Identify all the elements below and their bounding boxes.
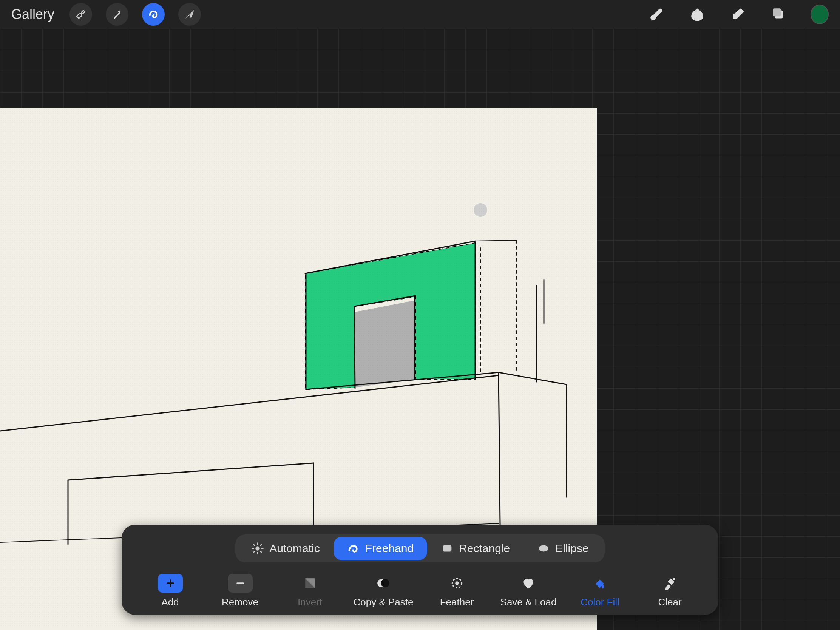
ellipse-icon <box>537 542 550 555</box>
svg-line-10 <box>260 544 262 546</box>
svg-rect-11 <box>443 545 452 552</box>
mode-rectangle[interactable]: Rectangle <box>427 537 524 560</box>
svg-point-21 <box>673 578 675 580</box>
action-save-load[interactable]: Save & Load <box>501 574 557 608</box>
svg-rect-1 <box>773 8 781 16</box>
mode-freehand[interactable]: Freehand <box>333 537 427 560</box>
action-label: Feather <box>440 596 474 608</box>
action-add[interactable]: Add <box>144 574 197 608</box>
selection-fill <box>305 243 475 389</box>
feather-icon <box>445 574 469 593</box>
eraser-icon[interactable] <box>729 5 747 24</box>
mode-label: Rectangle <box>459 542 510 555</box>
action-label: Color Fill <box>581 596 619 608</box>
brush-icon[interactable] <box>647 5 665 24</box>
sketch-lines <box>0 240 567 561</box>
minus-icon <box>228 574 253 593</box>
svg-point-20 <box>455 581 459 585</box>
freehand-squiggle-icon <box>347 542 360 555</box>
actions-wrench-icon[interactable] <box>69 3 92 26</box>
burst-icon <box>251 542 264 555</box>
mode-ellipse[interactable]: Ellipse <box>524 537 602 560</box>
svg-line-7 <box>253 544 255 546</box>
svg-line-8 <box>260 551 262 553</box>
action-label: Invert <box>298 596 322 608</box>
copy-paste-icon <box>371 574 396 593</box>
active-color[interactable] <box>810 5 829 24</box>
mode-automatic[interactable]: Automatic <box>238 537 333 560</box>
layers-icon[interactable] <box>770 5 788 24</box>
top-toolbar: Gallery <box>0 0 840 29</box>
clear-brush-icon <box>657 574 682 593</box>
bucket-icon <box>587 574 612 593</box>
color-swatch[interactable] <box>810 5 829 24</box>
door-fill <box>355 301 414 387</box>
mode-label: Ellipse <box>555 542 589 555</box>
svg-line-9 <box>253 551 255 553</box>
action-feather[interactable]: Feather <box>431 574 483 608</box>
action-remove[interactable]: Remove <box>214 574 267 608</box>
smudge-icon[interactable] <box>688 5 706 24</box>
action-label: Clear <box>658 596 681 608</box>
heart-icon <box>516 574 541 593</box>
selection-mode-segmented: Automatic Freehand Rectangle Ellipse <box>235 534 604 562</box>
adjustments-wand-icon[interactable] <box>106 3 128 26</box>
mode-label: Freehand <box>365 542 414 555</box>
action-label: Add <box>161 596 178 608</box>
selection-tool-icon[interactable] <box>142 3 165 26</box>
action-invert[interactable]: Invert <box>284 574 336 608</box>
selection-marching-ants <box>305 243 475 389</box>
svg-point-2 <box>256 546 260 550</box>
action-clear[interactable]: Clear <box>643 574 696 608</box>
selection-actions: Add Remove Invert Copy & Paste Feather <box>135 574 705 608</box>
selection-handle[interactable] <box>474 203 487 217</box>
action-copy-paste[interactable]: Copy & Paste <box>354 574 414 608</box>
selection-panel: Automatic Freehand Rectangle Ellipse <box>122 525 718 615</box>
svg-point-12 <box>539 545 549 552</box>
transform-arrow-icon[interactable] <box>178 3 201 26</box>
action-label: Save & Load <box>501 596 557 608</box>
action-color-fill[interactable]: Color Fill <box>573 574 626 608</box>
gallery-button[interactable]: Gallery <box>11 6 54 22</box>
invert-icon <box>298 574 322 593</box>
action-label: Remove <box>222 596 258 608</box>
plus-icon <box>158 574 183 593</box>
action-label: Copy & Paste <box>354 596 414 608</box>
rectangle-icon <box>441 542 454 555</box>
mode-label: Automatic <box>269 542 319 555</box>
svg-point-18 <box>381 579 389 587</box>
